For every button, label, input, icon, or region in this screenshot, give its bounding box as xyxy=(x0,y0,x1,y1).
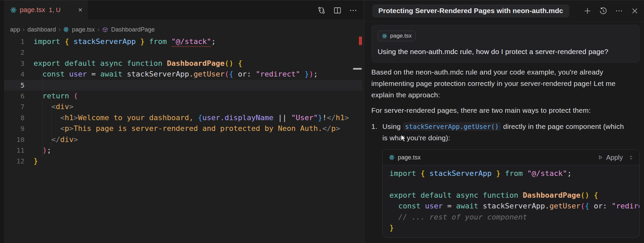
overview-ruler-error-mark xyxy=(359,37,362,45)
close-icon[interactable] xyxy=(630,6,639,15)
mouse-cursor xyxy=(400,134,407,142)
file-chip-label: page.tsx xyxy=(390,33,412,39)
answer-list-item: 1. Using stackServerApp.getUser() direct… xyxy=(371,121,626,144)
inline-code: stackServerApp.getUser() xyxy=(403,122,501,131)
indent-guide xyxy=(51,101,52,145)
editor-actions xyxy=(317,6,358,15)
chat-panel: Protecting Server-Rendered Pages with ne… xyxy=(364,0,644,243)
file-context-chip[interactable]: page.tsx xyxy=(378,31,416,41)
window-left-strip xyxy=(0,0,4,243)
overview-ruler-cursor-mark xyxy=(353,68,362,70)
answer-paragraph: Based on the neon-auth.mdc rule and your… xyxy=(371,66,626,101)
indent-guide xyxy=(42,69,43,156)
chat-code-block: page.tsx Apply import { stackServerApp }… xyxy=(382,149,640,238)
source-control-changes-icon[interactable] xyxy=(317,6,326,15)
tab-page-tsx[interactable]: page.tsx 1, U xyxy=(4,0,88,19)
user-question: Using the neon-auth.mdc rule, how do I p… xyxy=(378,48,633,56)
chevron-expand-icon xyxy=(628,155,634,160)
breadcrumb-app[interactable]: app xyxy=(10,26,20,33)
symbol-cube-icon xyxy=(102,27,108,33)
breadcrumb-separator: › xyxy=(59,26,61,33)
more-icon[interactable] xyxy=(614,6,624,15)
list-item-text: Using stackServerApp.getUser() directly … xyxy=(382,121,626,144)
breadcrumb-file[interactable]: page.tsx xyxy=(72,26,95,33)
code-editor[interactable]: 1import { stackServerApp } from "@/stack… xyxy=(4,36,362,169)
assistant-answer: Based on the neon-auth.mdc rule and your… xyxy=(371,66,639,238)
react-icon xyxy=(389,154,395,160)
new-chat-icon[interactable] xyxy=(583,6,592,15)
code-block-header: page.tsx Apply xyxy=(383,150,639,165)
tab-label: page.tsx xyxy=(20,6,45,14)
more-actions-icon[interactable] xyxy=(348,6,358,15)
tab-problem-badge: 1, U xyxy=(49,6,61,14)
code-block-filename: page.tsx xyxy=(398,154,421,161)
react-icon xyxy=(10,7,17,13)
answer-paragraph: For server-rendered pages, there are two… xyxy=(371,105,626,116)
app-window: page.tsx 1, U xyxy=(0,0,644,243)
breadcrumb-separator: › xyxy=(98,26,100,33)
history-icon[interactable] xyxy=(599,6,608,15)
react-icon xyxy=(63,27,69,33)
editor-tab-bar: page.tsx 1, U xyxy=(4,0,364,19)
breadcrumb: app › dashboard › page.tsx › DashboardPa… xyxy=(10,25,155,34)
chat-header: Protecting Server-Rendered Pages with ne… xyxy=(364,0,644,21)
breadcrumb-symbol[interactable]: DashboardPage xyxy=(111,26,155,33)
chat-header-icons xyxy=(583,6,639,15)
chat-title-tab[interactable]: Protecting Server-Rendered Pages with ne… xyxy=(372,4,569,17)
breadcrumb-separator: › xyxy=(23,26,25,33)
user-message-card: page.tsx Using the neon-auth.mdc rule, h… xyxy=(371,25,640,63)
list-marker: 1. xyxy=(371,121,382,144)
chat-body: page.tsx Using the neon-auth.mdc rule, h… xyxy=(364,25,644,238)
play-icon xyxy=(597,154,603,160)
code-block-content: import { stackServerApp } from "@/stack"… xyxy=(383,165,639,237)
apply-button[interactable]: Apply xyxy=(597,154,634,161)
breadcrumb-dashboard[interactable]: dashboard xyxy=(28,26,56,33)
apply-label: Apply xyxy=(606,154,623,161)
close-icon[interactable] xyxy=(77,7,83,13)
split-editor-icon[interactable] xyxy=(333,6,342,15)
react-icon xyxy=(382,33,387,39)
